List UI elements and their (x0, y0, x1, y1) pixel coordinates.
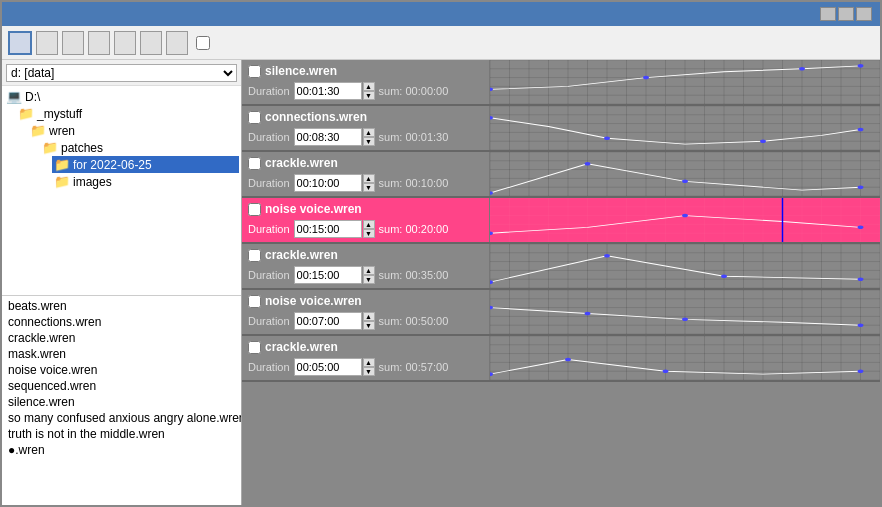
track-duration-row: Duration▲▼sum: 00:10:00 (248, 174, 483, 192)
duration-input[interactable] (294, 174, 362, 192)
spin-down-button[interactable]: ▼ (363, 183, 375, 192)
spin-up-button[interactable]: ▲ (363, 312, 375, 321)
svg-point-183 (585, 312, 591, 316)
svg-point-214 (565, 358, 571, 362)
remove-button[interactable] (62, 31, 84, 55)
file-item[interactable]: sequenced.wren (4, 378, 239, 394)
spin-down-button[interactable]: ▼ (363, 229, 375, 238)
spin-buttons: ▲▼ (363, 220, 375, 238)
tree-label-for-2022: for 2022-06-25 (73, 158, 152, 172)
track-name-label: silence.wren (265, 64, 337, 78)
close-button[interactable] (856, 7, 872, 21)
tree-label-wren: wren (49, 124, 75, 138)
duration-input-wrap: ▲▼ (294, 174, 375, 192)
spin-down-button[interactable]: ▼ (363, 137, 375, 146)
spin-down-button[interactable]: ▼ (363, 275, 375, 284)
svg-point-91 (682, 180, 688, 184)
spin-up-button[interactable]: ▲ (363, 358, 375, 367)
file-item[interactable]: beats.wren (4, 298, 239, 314)
track-checkbox[interactable] (248, 295, 261, 308)
file-item[interactable]: silence.wren (4, 394, 239, 410)
track-duration-row: Duration▲▼sum: 00:20:00 (248, 220, 483, 238)
duration-input-wrap: ▲▼ (294, 358, 375, 376)
duration-input[interactable] (294, 312, 362, 330)
file-list: beats.wrenconnections.wrencrackle.wrenma… (2, 295, 241, 505)
tree-item-patches[interactable]: 📁 patches (40, 139, 239, 156)
tree-label-d: D:\ (25, 90, 40, 104)
track-checkbox[interactable] (248, 203, 261, 216)
drive-select[interactable]: d: [data] (6, 64, 237, 82)
tree-item-images[interactable]: 📁 images (52, 173, 239, 190)
file-item[interactable]: connections.wren (4, 314, 239, 330)
repeating-checkbox[interactable] (196, 36, 210, 50)
duration-label: Duration (248, 177, 290, 189)
spin-up-button[interactable]: ▲ (363, 82, 375, 91)
track-name-label: crackle.wren (265, 156, 338, 170)
replace-button[interactable] (114, 31, 136, 55)
tree-item-d[interactable]: 💻 D:\ (4, 88, 239, 105)
track-controls: crackle.wrenDuration▲▼sum: 00:57:00 (242, 336, 490, 380)
track-name-row: crackle.wren (248, 248, 483, 262)
spin-buttons: ▲▼ (363, 312, 375, 330)
track-viz (490, 336, 880, 380)
track-checkbox[interactable] (248, 111, 261, 124)
file-item[interactable]: so many confused anxious angry alone.wre… (4, 410, 239, 426)
svg-point-122 (858, 226, 864, 230)
file-item[interactable]: crackle.wren (4, 330, 239, 346)
move-down-button[interactable] (166, 31, 188, 55)
spin-down-button[interactable]: ▼ (363, 321, 375, 330)
file-item[interactable]: noise voice.wren (4, 362, 239, 378)
track-checkbox[interactable] (248, 341, 261, 354)
spin-down-button[interactable]: ▼ (363, 367, 375, 376)
file-item[interactable]: mask.wren (4, 346, 239, 362)
file-item[interactable]: ●.wren (4, 442, 239, 458)
track-name-label: noise voice.wren (265, 294, 362, 308)
file-tree[interactable]: 💻 D:\ 📁 _mystuff 📁 wren 📁 patches 📁 (2, 86, 241, 295)
tree-item-for-2022[interactable]: 📁 for 2022-06-25 (52, 156, 239, 173)
svg-point-92 (858, 185, 864, 189)
add-button[interactable] (36, 31, 58, 55)
duration-input[interactable] (294, 358, 362, 376)
svg-point-30 (858, 64, 864, 68)
track-checkbox[interactable] (248, 65, 261, 78)
minimize-button[interactable] (820, 7, 836, 21)
duration-label: Duration (248, 315, 290, 327)
duration-input[interactable] (294, 266, 362, 284)
track-viz (490, 106, 880, 150)
track-item: silence.wrenDuration▲▼sum: 00:00:00 (242, 60, 880, 106)
duration-input[interactable] (294, 220, 362, 238)
remove-all-button[interactable] (88, 31, 110, 55)
track-checkbox[interactable] (248, 157, 261, 170)
duration-label: Duration (248, 131, 290, 143)
svg-point-121 (682, 214, 688, 218)
tree-item-mystuff[interactable]: 📁 _mystuff (16, 105, 239, 122)
duration-input[interactable] (294, 128, 362, 146)
track-checkbox[interactable] (248, 249, 261, 262)
tree-label-images: images (73, 175, 112, 189)
track-duration-row: Duration▲▼sum: 00:00:00 (248, 82, 483, 100)
tree-item-wren[interactable]: 📁 wren (28, 122, 239, 139)
maximize-button[interactable] (838, 7, 854, 21)
duration-label: Duration (248, 361, 290, 373)
duration-label: Duration (248, 269, 290, 281)
file-item[interactable]: truth is not in the middle.wren (4, 426, 239, 442)
spin-up-button[interactable]: ▲ (363, 128, 375, 137)
spin-up-button[interactable]: ▲ (363, 266, 375, 275)
duration-input[interactable] (294, 82, 362, 100)
track-duration-row: Duration▲▼sum: 00:50:00 (248, 312, 483, 330)
track-viz (490, 290, 880, 334)
svg-point-154 (858, 277, 864, 281)
spin-up-button[interactable]: ▲ (363, 220, 375, 229)
move-up-button[interactable] (140, 31, 162, 55)
track-name-row: connections.wren (248, 110, 483, 124)
close-button[interactable] (8, 31, 32, 55)
duration-label: Duration (248, 223, 290, 235)
duration-input-wrap: ▲▼ (294, 220, 375, 238)
spin-down-button[interactable]: ▼ (363, 91, 375, 100)
spin-up-button[interactable]: ▲ (363, 174, 375, 183)
tree-label-mystuff: _mystuff (37, 107, 82, 121)
drive-select-row: d: [data] (2, 60, 241, 86)
svg-point-28 (643, 76, 649, 80)
track-controls: crackle.wrenDuration▲▼sum: 00:35:00 (242, 244, 490, 288)
main-content: d: [data] 💻 D:\ 📁 _mystuff 📁 wren (2, 60, 880, 505)
